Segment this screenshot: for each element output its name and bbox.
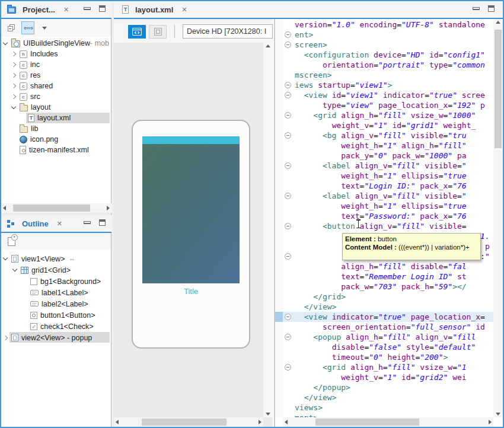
preview-hscrollbar[interactable] [114,417,263,427]
source-line-11[interactable]: weight_v="1" id="grid1" weight_ [283,120,493,130]
tree-item-tizen-manifest.xml[interactable]: tizen-manifest.xml [1,145,111,155]
expanded-chevron-icon[interactable] [12,267,17,272]
tree-item-shared[interactable]: cshared [1,81,111,91]
minimize-icon[interactable] [473,7,480,10]
new-page-button[interactable] [5,235,18,248]
source-line-30[interactable]: <view indicator="true" page_location_x= [283,312,493,322]
source-line-5[interactable]: orientation="portrait" type="common [283,60,493,70]
tree-item-inc[interactable]: cinc [1,59,111,70]
minimize-icon[interactable] [84,7,91,10]
source-line-4[interactable]: <configuration device="HD" id="config1" [283,50,493,60]
collapsed-chevron-icon[interactable] [11,52,16,56]
tree-item-layout[interactable]: layout [1,102,111,113]
fold-collapse-icon[interactable] [285,112,291,119]
project-tab-close-icon[interactable]: ✕ [63,6,69,14]
source-line-31[interactable]: screen_orientation="full_sensor" id [283,322,493,332]
fold-collapse-icon[interactable] [285,334,291,340]
fold-collapse-icon[interactable] [285,253,291,260]
expanded-chevron-icon[interactable] [3,255,8,260]
tree-item-view1[interactable]: view1 <View>⇔ [1,253,111,264]
tree-item-check1[interactable]: ✓check1 <Check> [1,321,111,332]
source-line-26[interactable]: text="Remember Login ID" st [283,272,493,282]
source-line-38[interactable]: </view> [283,392,493,403]
background-widget[interactable] [142,144,240,283]
tree-item-UIBuilderSingleView[interactable]: UIBuilderSingleView - mob [1,38,111,49]
collapsed-chevron-icon[interactable] [11,62,16,67]
tree-item-grid1[interactable]: grid1 <Grid> [1,264,111,276]
scroll-left-icon[interactable] [3,206,6,210]
source-line-35[interactable]: <grid align_h="fill" vsize_w="1 [283,362,493,372]
fold-collapse-icon[interactable] [285,132,291,139]
scroll-right-icon[interactable] [259,420,261,424]
fold-collapse-icon[interactable] [285,92,291,98]
source-line-28[interactable]: </grid> [283,292,493,302]
source-line-13[interactable]: weight_h="1" align_h="fill" [283,140,493,151]
title-area[interactable]: Title [142,283,240,332]
tree-item-label1[interactable]: label1 <Label> [1,287,111,298]
scroll-left-icon[interactable] [285,420,288,424]
source-line-6[interactable]: mscreen> [283,70,493,80]
fold-collapse-icon[interactable] [285,41,291,48]
source-hscroll-thumb[interactable] [315,419,419,426]
tree-item-label2[interactable]: label2 <Label> [1,298,111,309]
source-line-33[interactable]: disable="false" style="default" [283,342,493,352]
preview-vscrollbar[interactable] [263,43,273,417]
source-line-14[interactable]: pack_y="0" pack_w="1000" pa [283,151,493,161]
source-line-19[interactable]: weight_h="1" ellipsis="true [283,201,493,211]
source-line-17[interactable]: text="Login ID:" pack_x="76 [283,181,493,191]
source-line-1[interactable]: version="1.0" encoding="UTF-8" standalon… [283,20,493,30]
source-hscrollbar[interactable] [283,417,493,427]
source-line-2[interactable]: ent> [283,30,493,40]
fold-collapse-icon[interactable] [285,193,291,199]
source-line-34[interactable]: timeout="0" height="200"> [283,352,493,362]
source-line-40[interactable]: ment> [283,413,493,417]
tree-item-layout.xml[interactable]: Tlayout.xml [1,113,111,123]
source-line-29[interactable]: </view> [283,302,493,312]
fold-collapse-icon[interactable] [285,314,291,320]
collapsed-chevron-icon[interactable] [11,84,16,88]
source-line-15[interactable]: <label align_v="fill" visible=" [283,161,493,171]
scroll-left-icon[interactable] [116,420,119,424]
tree-item-bg1[interactable]: bg1 <Background> [1,276,111,287]
source-text-area[interactable]: version="1.0" encoding="UTF-8" standalon… [283,20,493,417]
expanded-chevron-icon[interactable] [3,40,8,44]
source-line-16[interactable]: weight_h="1" ellipsis="true [283,171,493,181]
collapse-all-button[interactable] [5,21,18,34]
collapsed-chevron-icon[interactable] [11,94,16,99]
fold-collapse-icon[interactable] [285,82,291,88]
maximize-icon[interactable] [99,219,106,226]
source-line-9[interactable]: type="view" page_location_x="192" p [283,100,493,110]
project-hscroll-thumb[interactable] [13,205,90,212]
scroll-up-icon[interactable] [496,21,500,24]
source-line-20[interactable]: text="Password:" pack_x="76 [283,211,493,221]
tree-item-button1[interactable]: button1 <Button> [1,309,111,321]
source-line-21[interactable]: <button align_v="fill" visible= [283,221,493,231]
minimize-icon[interactable] [84,221,91,224]
fold-collapse-icon[interactable] [285,223,291,229]
scroll-down-icon[interactable] [496,413,500,416]
source-line-27[interactable]: pack_w="703" pack_h="59"></ [283,282,493,292]
collapsed-chevron-icon[interactable] [11,73,16,78]
source-line-7[interactable]: iews startup="view1"> [283,80,493,90]
source-line-18[interactable]: <label align_v="fill" visible=" [283,191,493,201]
view-menu-button[interactable] [38,21,51,34]
outline-tab-close-icon[interactable]: ✕ [57,220,62,228]
expanded-chevron-icon[interactable] [11,104,16,108]
tree-item-view2[interactable]: view2 <View> - popup [1,332,111,343]
fold-collapse-icon[interactable] [285,364,291,370]
scroll-up-icon[interactable] [266,44,270,47]
scroll-down-icon[interactable] [266,413,270,416]
source-line-36[interactable]: weight_v="1" id="grid2" wei [283,372,493,382]
source-line-3[interactable]: screen> [283,40,493,50]
editor-tab-close-icon[interactable]: ✕ [181,6,187,14]
fold-collapse-icon[interactable] [285,162,291,169]
tree-item-Includes[interactable]: hIncludes [1,49,111,59]
tree-item-src[interactable]: csrc [1,91,111,102]
link-with-editor-button[interactable]: ⇐⇒ [21,21,34,34]
device-selector[interactable]: Device HD [720X1280: I [183,24,273,39]
source-line-12[interactable]: <bg align_v="fill" visible="tru [283,130,493,140]
tree-item-lib[interactable]: lib [1,123,111,134]
fold-collapse-icon[interactable] [285,31,291,38]
project-hscrollbar[interactable] [1,203,111,213]
source-line-37[interactable]: </popup> [283,382,493,392]
